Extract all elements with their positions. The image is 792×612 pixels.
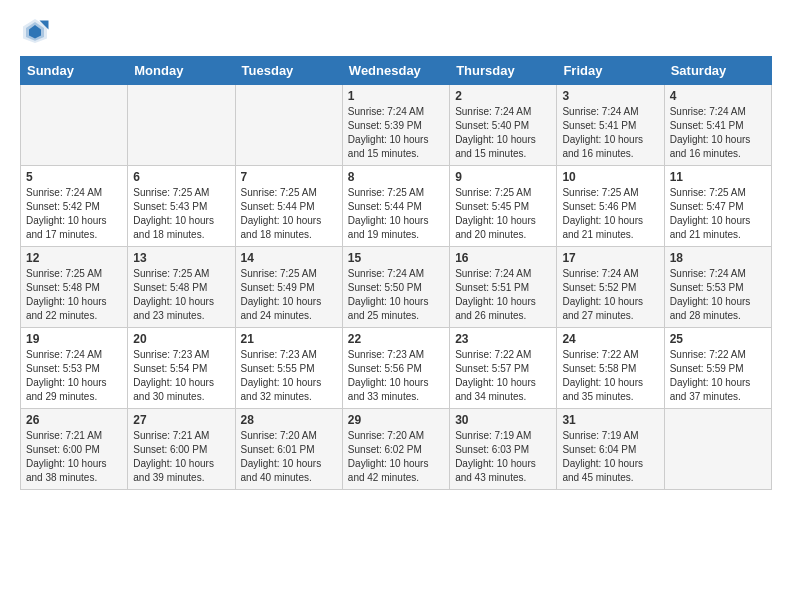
day-info: Sunrise: 7:22 AM Sunset: 5:58 PM Dayligh…: [562, 348, 658, 404]
day-number: 7: [241, 170, 337, 184]
calendar-cell: 15Sunrise: 7:24 AM Sunset: 5:50 PM Dayli…: [342, 247, 449, 328]
day-number: 19: [26, 332, 122, 346]
day-info: Sunrise: 7:25 AM Sunset: 5:44 PM Dayligh…: [348, 186, 444, 242]
calendar-cell: 29Sunrise: 7:20 AM Sunset: 6:02 PM Dayli…: [342, 409, 449, 490]
calendar-cell: 3Sunrise: 7:24 AM Sunset: 5:41 PM Daylig…: [557, 85, 664, 166]
calendar-cell: 16Sunrise: 7:24 AM Sunset: 5:51 PM Dayli…: [450, 247, 557, 328]
calendar-cell: 4Sunrise: 7:24 AM Sunset: 5:41 PM Daylig…: [664, 85, 771, 166]
day-number: 22: [348, 332, 444, 346]
calendar-cell: 12Sunrise: 7:25 AM Sunset: 5:48 PM Dayli…: [21, 247, 128, 328]
header-cell: Thursday: [450, 57, 557, 85]
day-number: 18: [670, 251, 766, 265]
day-info: Sunrise: 7:20 AM Sunset: 6:01 PM Dayligh…: [241, 429, 337, 485]
calendar-cell: 26Sunrise: 7:21 AM Sunset: 6:00 PM Dayli…: [21, 409, 128, 490]
calendar-cell: 13Sunrise: 7:25 AM Sunset: 5:48 PM Dayli…: [128, 247, 235, 328]
calendar-cell: 6Sunrise: 7:25 AM Sunset: 5:43 PM Daylig…: [128, 166, 235, 247]
day-number: 29: [348, 413, 444, 427]
day-info: Sunrise: 7:24 AM Sunset: 5:41 PM Dayligh…: [670, 105, 766, 161]
calendar-cell: 17Sunrise: 7:24 AM Sunset: 5:52 PM Dayli…: [557, 247, 664, 328]
calendar-cell: 28Sunrise: 7:20 AM Sunset: 6:01 PM Dayli…: [235, 409, 342, 490]
day-number: 25: [670, 332, 766, 346]
calendar-cell: 19Sunrise: 7:24 AM Sunset: 5:53 PM Dayli…: [21, 328, 128, 409]
day-number: 14: [241, 251, 337, 265]
day-info: Sunrise: 7:25 AM Sunset: 5:43 PM Dayligh…: [133, 186, 229, 242]
calendar-cell: 22Sunrise: 7:23 AM Sunset: 5:56 PM Dayli…: [342, 328, 449, 409]
day-number: 21: [241, 332, 337, 346]
calendar-cell: [21, 85, 128, 166]
header-row: SundayMondayTuesdayWednesdayThursdayFrid…: [21, 57, 772, 85]
day-info: Sunrise: 7:19 AM Sunset: 6:04 PM Dayligh…: [562, 429, 658, 485]
day-info: Sunrise: 7:24 AM Sunset: 5:52 PM Dayligh…: [562, 267, 658, 323]
calendar-cell: 5Sunrise: 7:24 AM Sunset: 5:42 PM Daylig…: [21, 166, 128, 247]
calendar-cell: [235, 85, 342, 166]
calendar-cell: [128, 85, 235, 166]
calendar-cell: 18Sunrise: 7:24 AM Sunset: 5:53 PM Dayli…: [664, 247, 771, 328]
calendar-cell: 1Sunrise: 7:24 AM Sunset: 5:39 PM Daylig…: [342, 85, 449, 166]
day-number: 17: [562, 251, 658, 265]
day-info: Sunrise: 7:24 AM Sunset: 5:41 PM Dayligh…: [562, 105, 658, 161]
header: [20, 16, 772, 46]
day-info: Sunrise: 7:22 AM Sunset: 5:57 PM Dayligh…: [455, 348, 551, 404]
calendar-cell: 30Sunrise: 7:19 AM Sunset: 6:03 PM Dayli…: [450, 409, 557, 490]
day-number: 5: [26, 170, 122, 184]
header-cell: Saturday: [664, 57, 771, 85]
day-number: 31: [562, 413, 658, 427]
calendar-row: 19Sunrise: 7:24 AM Sunset: 5:53 PM Dayli…: [21, 328, 772, 409]
calendar-cell: 24Sunrise: 7:22 AM Sunset: 5:58 PM Dayli…: [557, 328, 664, 409]
day-info: Sunrise: 7:19 AM Sunset: 6:03 PM Dayligh…: [455, 429, 551, 485]
header-cell: Monday: [128, 57, 235, 85]
day-number: 30: [455, 413, 551, 427]
day-info: Sunrise: 7:25 AM Sunset: 5:47 PM Dayligh…: [670, 186, 766, 242]
day-number: 3: [562, 89, 658, 103]
calendar-body: 1Sunrise: 7:24 AM Sunset: 5:39 PM Daylig…: [21, 85, 772, 490]
day-number: 4: [670, 89, 766, 103]
calendar-cell: 8Sunrise: 7:25 AM Sunset: 5:44 PM Daylig…: [342, 166, 449, 247]
calendar-cell: 11Sunrise: 7:25 AM Sunset: 5:47 PM Dayli…: [664, 166, 771, 247]
day-info: Sunrise: 7:23 AM Sunset: 5:55 PM Dayligh…: [241, 348, 337, 404]
calendar-cell: 21Sunrise: 7:23 AM Sunset: 5:55 PM Dayli…: [235, 328, 342, 409]
day-info: Sunrise: 7:25 AM Sunset: 5:44 PM Dayligh…: [241, 186, 337, 242]
calendar-cell: [664, 409, 771, 490]
header-cell: Friday: [557, 57, 664, 85]
day-info: Sunrise: 7:24 AM Sunset: 5:40 PM Dayligh…: [455, 105, 551, 161]
day-number: 10: [562, 170, 658, 184]
logo: [20, 16, 54, 46]
day-info: Sunrise: 7:24 AM Sunset: 5:53 PM Dayligh…: [26, 348, 122, 404]
day-number: 11: [670, 170, 766, 184]
day-number: 24: [562, 332, 658, 346]
calendar-header: SundayMondayTuesdayWednesdayThursdayFrid…: [21, 57, 772, 85]
calendar-cell: 23Sunrise: 7:22 AM Sunset: 5:57 PM Dayli…: [450, 328, 557, 409]
day-info: Sunrise: 7:25 AM Sunset: 5:49 PM Dayligh…: [241, 267, 337, 323]
day-number: 6: [133, 170, 229, 184]
calendar-cell: 25Sunrise: 7:22 AM Sunset: 5:59 PM Dayli…: [664, 328, 771, 409]
day-info: Sunrise: 7:24 AM Sunset: 5:39 PM Dayligh…: [348, 105, 444, 161]
day-info: Sunrise: 7:23 AM Sunset: 5:56 PM Dayligh…: [348, 348, 444, 404]
day-number: 2: [455, 89, 551, 103]
day-number: 27: [133, 413, 229, 427]
calendar-cell: 14Sunrise: 7:25 AM Sunset: 5:49 PM Dayli…: [235, 247, 342, 328]
calendar-cell: 27Sunrise: 7:21 AM Sunset: 6:00 PM Dayli…: [128, 409, 235, 490]
day-number: 28: [241, 413, 337, 427]
calendar-row: 12Sunrise: 7:25 AM Sunset: 5:48 PM Dayli…: [21, 247, 772, 328]
day-info: Sunrise: 7:21 AM Sunset: 6:00 PM Dayligh…: [26, 429, 122, 485]
calendar-cell: 31Sunrise: 7:19 AM Sunset: 6:04 PM Dayli…: [557, 409, 664, 490]
calendar-cell: 10Sunrise: 7:25 AM Sunset: 5:46 PM Dayli…: [557, 166, 664, 247]
day-number: 26: [26, 413, 122, 427]
calendar-cell: 2Sunrise: 7:24 AM Sunset: 5:40 PM Daylig…: [450, 85, 557, 166]
day-number: 1: [348, 89, 444, 103]
calendar-cell: 9Sunrise: 7:25 AM Sunset: 5:45 PM Daylig…: [450, 166, 557, 247]
day-number: 15: [348, 251, 444, 265]
day-number: 8: [348, 170, 444, 184]
day-number: 9: [455, 170, 551, 184]
calendar-cell: 7Sunrise: 7:25 AM Sunset: 5:44 PM Daylig…: [235, 166, 342, 247]
logo-icon: [20, 16, 50, 46]
day-info: Sunrise: 7:25 AM Sunset: 5:48 PM Dayligh…: [26, 267, 122, 323]
calendar-table: SundayMondayTuesdayWednesdayThursdayFrid…: [20, 56, 772, 490]
day-info: Sunrise: 7:25 AM Sunset: 5:46 PM Dayligh…: [562, 186, 658, 242]
day-number: 12: [26, 251, 122, 265]
page: SundayMondayTuesdayWednesdayThursdayFrid…: [0, 0, 792, 612]
header-cell: Wednesday: [342, 57, 449, 85]
day-info: Sunrise: 7:24 AM Sunset: 5:42 PM Dayligh…: [26, 186, 122, 242]
calendar-row: 5Sunrise: 7:24 AM Sunset: 5:42 PM Daylig…: [21, 166, 772, 247]
day-info: Sunrise: 7:24 AM Sunset: 5:53 PM Dayligh…: [670, 267, 766, 323]
